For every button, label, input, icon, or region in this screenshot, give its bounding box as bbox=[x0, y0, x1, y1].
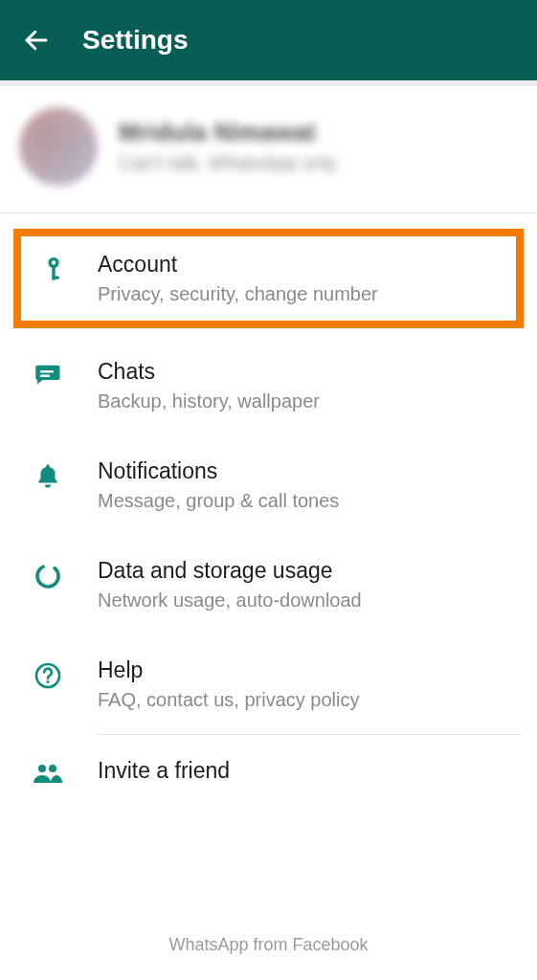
item-subtitle: Network usage, auto-download bbox=[98, 590, 362, 612]
svg-point-11 bbox=[49, 765, 56, 772]
settings-item-help[interactable]: Help FAQ, contact us, privacy policy bbox=[0, 635, 537, 734]
data-usage-icon bbox=[23, 558, 73, 590]
settings-item-notifications[interactable]: Notifications Message, group & call tone… bbox=[0, 435, 537, 535]
settings-list: Account Privacy, security, change number… bbox=[0, 213, 537, 935]
profile-row[interactable]: Mridula Nimawat Can't talk, WhatsApp onl… bbox=[0, 86, 537, 213]
bell-icon bbox=[23, 458, 73, 491]
settings-item-account[interactable]: Account Privacy, security, change number bbox=[13, 229, 524, 328]
item-subtitle: Privacy, security, change number bbox=[98, 283, 378, 305]
item-subtitle: Message, group & call tones bbox=[98, 490, 339, 512]
profile-status: Can't talk, WhatsApp only bbox=[119, 152, 337, 174]
item-title: Notifications bbox=[98, 458, 339, 484]
svg-rect-6 bbox=[40, 375, 50, 377]
svg-point-7 bbox=[34, 562, 62, 590]
arrow-back-icon bbox=[22, 26, 51, 55]
footer-text: WhatsApp from Facebook bbox=[0, 935, 537, 980]
item-title: Invite a friend bbox=[98, 758, 230, 784]
profile-name: Mridula Nimawat bbox=[119, 119, 337, 146]
settings-item-invite[interactable]: Invite a friend bbox=[0, 735, 537, 810]
page-title: Settings bbox=[82, 25, 188, 56]
key-icon bbox=[31, 252, 77, 284]
profile-text: Mridula Nimawat Can't talk, WhatsApp onl… bbox=[119, 119, 337, 174]
item-title: Account bbox=[98, 252, 378, 278]
svg-point-2 bbox=[52, 260, 56, 264]
app-bar: Settings bbox=[0, 0, 537, 80]
item-subtitle: Backup, history, wallpaper bbox=[98, 390, 320, 412]
svg-rect-5 bbox=[40, 370, 54, 372]
back-button[interactable] bbox=[17, 21, 56, 59]
svg-rect-4 bbox=[52, 276, 59, 278]
avatar bbox=[19, 107, 98, 186]
help-icon bbox=[23, 657, 73, 690]
settings-screen: Settings Mridula Nimawat Can't talk, Wha… bbox=[0, 0, 537, 980]
item-title: Help bbox=[98, 657, 359, 683]
settings-item-chats[interactable]: Chats Backup, history, wallpaper bbox=[0, 336, 537, 435]
svg-point-9 bbox=[47, 680, 50, 683]
people-icon bbox=[23, 758, 73, 787]
chat-icon bbox=[23, 359, 73, 388]
svg-point-10 bbox=[38, 765, 46, 772]
item-subtitle: FAQ, contact us, privacy policy bbox=[98, 689, 359, 711]
settings-item-data-usage[interactable]: Data and storage usage Network usage, au… bbox=[0, 535, 537, 635]
item-title: Data and storage usage bbox=[98, 558, 362, 584]
item-title: Chats bbox=[98, 359, 320, 385]
